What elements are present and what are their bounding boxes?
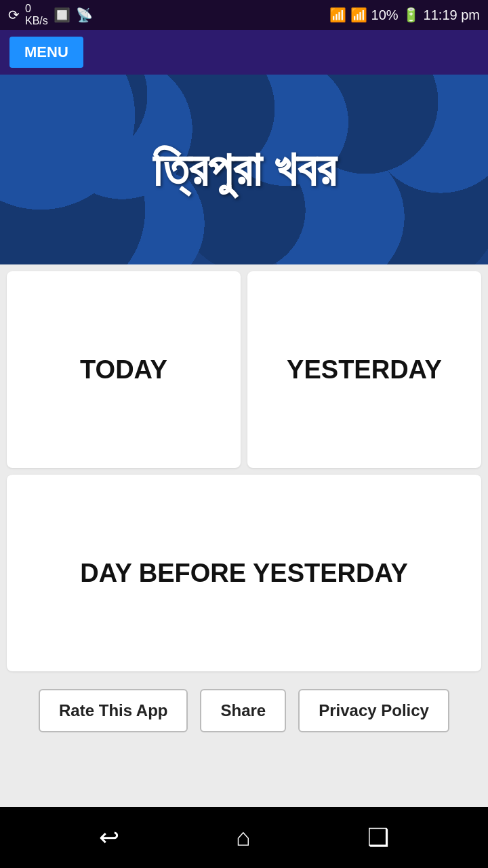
- header-banner: ত্রিপুরা খবর: [0, 75, 488, 264]
- signal-icon: 📶: [350, 7, 367, 23]
- status-bar: ⟳ 0KB/s 🔲 📡 📶 📶 10% 🔋 11:19 pm: [0, 0, 488, 30]
- battery-text: 10%: [371, 7, 399, 23]
- main-content: TODAY YESTERDAY DAY BEFORE YESTERDAY Rat…: [0, 264, 488, 807]
- rate-app-button[interactable]: Rate This App: [39, 689, 188, 732]
- cast-icon: 📡: [76, 7, 93, 23]
- time-display: 11:19 pm: [424, 7, 480, 23]
- top-row: TODAY YESTERDAY: [7, 271, 481, 468]
- today-label: TODAY: [80, 355, 167, 384]
- menu-button[interactable]: MENU: [9, 37, 83, 68]
- yesterday-card[interactable]: YESTERDAY: [247, 271, 481, 468]
- menu-bar: MENU: [0, 30, 488, 75]
- share-button[interactable]: Share: [200, 689, 286, 732]
- recent-button[interactable]: ❑: [367, 823, 389, 852]
- kb-display: 0KB/s: [25, 3, 48, 26]
- day-before-yesterday-card[interactable]: DAY BEFORE YESTERDAY: [7, 475, 481, 671]
- dby-label: DAY BEFORE YESTERDAY: [80, 559, 408, 588]
- privacy-policy-button[interactable]: Privacy Policy: [298, 689, 449, 732]
- home-button[interactable]: ⌂: [236, 823, 251, 852]
- sync-icon: ⟳: [8, 7, 20, 23]
- media-icon: 🔲: [54, 7, 70, 23]
- status-right: 📶 📶 10% 🔋 11:19 pm: [329, 7, 480, 23]
- wifi-icon: 📶: [329, 7, 346, 23]
- back-button[interactable]: ↩: [99, 823, 119, 852]
- bottom-buttons: Rate This App Share Privacy Policy: [7, 678, 481, 743]
- battery-icon: 🔋: [403, 7, 420, 23]
- app-title: ত্রিপুরা খবর: [152, 142, 336, 198]
- nav-bar: ↩ ⌂ ❑: [0, 807, 488, 868]
- status-left: ⟳ 0KB/s 🔲 📡: [8, 3, 93, 26]
- yesterday-label: YESTERDAY: [287, 355, 442, 384]
- today-card[interactable]: TODAY: [7, 271, 241, 468]
